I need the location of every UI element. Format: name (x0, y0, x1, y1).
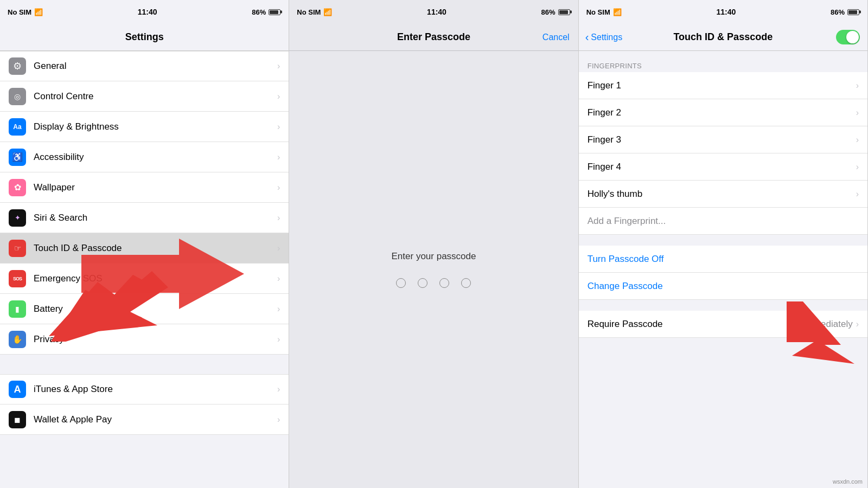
status-right-3: 86% (831, 8, 860, 16)
add-fingerprint-label: Add a Fingerprint... (588, 216, 859, 227)
settings-row-emergency[interactable]: SOS Emergency SOS › (0, 264, 289, 294)
turn-passcode-off-row[interactable]: Turn Passcode Off (579, 246, 867, 273)
passcode-nav-bar: Enter Passcode Cancel (289, 24, 578, 51)
siri-label: Siri & Search (34, 213, 277, 223)
cancel-button[interactable]: Cancel (542, 33, 570, 42)
passcode-prompt: Enter your passcode (392, 251, 476, 262)
require-passcode-row[interactable]: Require Passcode Immediately › (579, 311, 867, 338)
panel-settings: No SIM 📶 11:40 86% Settings ⚙ General › (0, 0, 289, 488)
battery-pct-2: 86% (541, 8, 556, 16)
finger3-row[interactable]: Finger 3 › (579, 126, 867, 153)
time-label-3: 11:40 (716, 8, 736, 16)
settings-row-touchid[interactable]: ☞ Touch ID & Passcode › (0, 233, 289, 264)
settings-row-privacy[interactable]: ✋ Privacy › (0, 324, 289, 355)
passcode-content: Enter your passcode (289, 51, 578, 488)
wifi-icon-3: 📶 (613, 8, 622, 16)
wallpaper-chevron: › (277, 183, 280, 192)
change-passcode-row[interactable]: Change Passcode (579, 273, 867, 300)
battery-icon-row: ▮ (9, 300, 26, 318)
finger2-row[interactable]: Finger 2 › (579, 99, 867, 126)
passcode-dot-2 (418, 278, 427, 288)
hollys-thumb-chevron: › (856, 189, 859, 199)
emergency-label: Emergency SOS (34, 273, 277, 284)
accessibility-label: Accessibility (34, 152, 277, 163)
control-centre-chevron: › (277, 92, 280, 101)
finger4-row[interactable]: Finger 4 › (579, 153, 867, 181)
gap-1 (579, 51, 867, 57)
settings-row-wallpaper[interactable]: ✿ Wallpaper › (0, 172, 289, 203)
touchid-toggle[interactable] (836, 30, 860, 44)
settings-list: ⚙ General › ◎ Control Centre › Aa Displa… (0, 51, 289, 488)
back-chevron-icon: ‹ (585, 31, 589, 43)
passcode-dots (396, 278, 471, 288)
settings-row-control-centre[interactable]: ◎ Control Centre › (0, 81, 289, 112)
passcode-dot-3 (439, 278, 449, 288)
settings-row-display[interactable]: Aa Display & Brightness › (0, 112, 289, 142)
status-bar-1: No SIM 📶 11:40 86% (0, 0, 289, 24)
itunes-label: iTunes & App Store (34, 384, 277, 395)
siri-icon: ✦ (9, 209, 26, 227)
require-passcode-label: Require Passcode (588, 319, 803, 330)
settings-nav-bar: Settings (0, 24, 289, 51)
wifi-icon-2: 📶 (323, 8, 332, 16)
wallet-label: Wallet & Apple Pay (34, 414, 277, 425)
touchid-page-title: Touch ID & Passcode (673, 31, 773, 43)
settings-row-battery[interactable]: ▮ Battery › (0, 294, 289, 324)
finger2-chevron: › (856, 108, 859, 118)
touchid-label: Touch ID & Passcode (34, 243, 277, 254)
touchid-icon: ☞ (9, 240, 26, 257)
settings-row-siri[interactable]: ✦ Siri & Search › (0, 203, 289, 233)
passcode-dot-1 (396, 278, 406, 288)
settings-row-itunes[interactable]: A iTunes & App Store › (0, 374, 289, 404)
battery-icon-3 (847, 9, 860, 15)
finger1-chevron: › (856, 81, 859, 91)
control-centre-label: Control Centre (34, 91, 277, 102)
turn-passcode-off-label: Turn Passcode Off (588, 254, 859, 265)
passcode-title: Enter Passcode (397, 31, 470, 43)
wallet-chevron: › (277, 415, 280, 425)
privacy-chevron: › (277, 335, 280, 344)
general-icon: ⚙ (9, 57, 26, 75)
finger1-label: Finger 1 (588, 80, 856, 91)
status-bar-2: No SIM 📶 11:40 86% (289, 0, 578, 24)
itunes-chevron: › (277, 384, 280, 394)
status-right-1: 86% (252, 8, 281, 16)
carrier-3: No SIM (586, 8, 610, 16)
time-label-1: 11:40 (138, 8, 157, 16)
change-passcode-label: Change Passcode (588, 281, 859, 292)
finger1-row[interactable]: Finger 1 › (579, 72, 867, 99)
siri-chevron: › (277, 213, 280, 223)
finger2-label: Finger 2 (588, 107, 856, 118)
privacy-label: Privacy (34, 334, 277, 345)
carrier-2: No SIM (297, 8, 321, 16)
finger4-label: Finger 4 (588, 162, 856, 172)
general-chevron: › (277, 61, 280, 71)
require-passcode-value: Immediately (803, 319, 853, 330)
battery-chevron: › (277, 304, 280, 314)
back-label: Settings (591, 33, 622, 42)
settings-row-accessibility[interactable]: ♿ Accessibility › (0, 142, 289, 172)
battery-pct-1: 86% (252, 8, 266, 16)
touchid-settings-list: FINGERPRINTS Finger 1 › Finger 2 › Finge… (579, 51, 867, 488)
settings-section-2: A iTunes & App Store › ◼ Wallet & Apple … (0, 374, 289, 435)
hollys-thumb-row[interactable]: Holly's thumb › (579, 181, 867, 208)
status-right-2: 86% (541, 8, 571, 16)
hollys-thumb-label: Holly's thumb (588, 189, 856, 200)
settings-title: Settings (125, 31, 164, 43)
wallpaper-label: Wallpaper (34, 182, 277, 193)
back-button[interactable]: ‹ Settings (585, 31, 622, 43)
section-gap-1 (0, 355, 289, 374)
status-left-1: No SIM 📶 (8, 8, 43, 16)
passcode-dot-4 (461, 278, 471, 288)
finger3-label: Finger 3 (588, 134, 856, 145)
display-icon: Aa (9, 118, 26, 136)
touchid-chevron: › (277, 243, 280, 253)
settings-row-general[interactable]: ⚙ General › (0, 51, 289, 81)
add-fingerprint-row[interactable]: Add a Fingerprint... (579, 208, 867, 235)
settings-row-wallet[interactable]: ◼ Wallet & Apple Pay › (0, 404, 289, 435)
settings-section-1: ⚙ General › ◎ Control Centre › Aa Displa… (0, 51, 289, 355)
itunes-icon: A (9, 381, 26, 398)
privacy-icon: ✋ (9, 331, 26, 348)
general-label: General (34, 61, 277, 72)
emergency-chevron: › (277, 274, 280, 284)
